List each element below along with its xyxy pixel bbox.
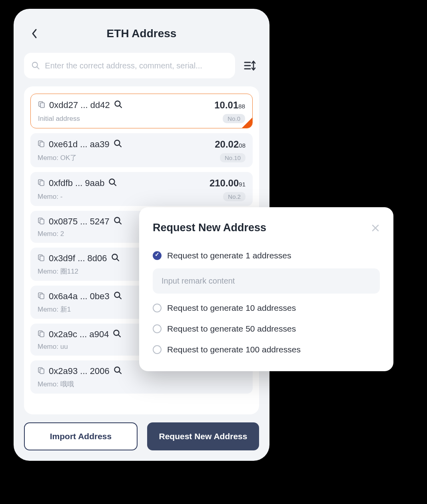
request-new-address-button[interactable]: Request New Address (147, 422, 259, 450)
svg-line-32 (118, 335, 120, 337)
radio-checked-icon[interactable] (153, 251, 162, 260)
close-icon[interactable] (371, 224, 380, 232)
address-row-memo: Memo: 哦哦 (38, 380, 245, 389)
address-row-memo: Memo: -No.2 (38, 192, 245, 201)
memo-text: Memo: uu (38, 343, 68, 351)
address-text: 0x6a4a ... 0be3 (49, 291, 110, 302)
copy-icon[interactable] (38, 217, 45, 226)
generate-option[interactable]: Request to generate 1 addresses (153, 245, 380, 266)
search-input[interactable] (45, 61, 228, 70)
svg-line-20 (119, 222, 121, 224)
back-button[interactable] (27, 26, 42, 41)
svg-line-12 (119, 145, 121, 147)
address-text: 0x3d9f ... 8d06 (49, 253, 107, 264)
svg-rect-18 (40, 219, 44, 224)
svg-line-16 (114, 184, 116, 186)
address-item[interactable]: 0xe61d ... aa3920.0208Memo: OK了No.10 (30, 133, 253, 167)
index-badge: No.10 (220, 153, 245, 162)
search-row (24, 53, 259, 78)
svg-line-8 (120, 106, 122, 108)
address-text: 0x0875 ... 5247 (49, 216, 110, 227)
address-row-memo: Initial addressNo.0 (38, 114, 245, 123)
memo-text: Memo: 圈112 (38, 267, 78, 276)
generate-option[interactable]: Request to generate 100 addresses (153, 339, 380, 360)
search-icon (31, 61, 40, 70)
address-item[interactable]: 0xfdfb ... 9aab210.0091Memo: -No.2 (30, 172, 253, 206)
option-label: Request to generate 1 addresses (167, 251, 291, 260)
svg-rect-14 (40, 181, 44, 186)
memo-text: Initial address (38, 115, 80, 123)
address-row-main: 0xe61d ... aa3920.0208 (38, 139, 245, 150)
svg-rect-26 (40, 294, 44, 299)
copy-icon[interactable] (38, 101, 45, 110)
svg-line-24 (117, 259, 119, 261)
search-address-icon[interactable] (114, 366, 122, 376)
copy-icon[interactable] (38, 179, 45, 188)
search-address-icon[interactable] (114, 216, 122, 227)
svg-rect-22 (40, 256, 44, 261)
modal-header: Request New Address (153, 222, 380, 234)
generate-option[interactable]: Request to generate 10 addresses (153, 298, 380, 318)
option-label: Request to generate 100 addresses (167, 345, 301, 354)
address-text: 0x2a93 ... 2006 (49, 366, 110, 376)
header: ETH Address (24, 22, 259, 46)
svg-rect-30 (40, 332, 44, 337)
search-address-icon[interactable] (111, 253, 120, 264)
address-text: 0xe61d ... aa39 (49, 139, 110, 150)
search-address-icon[interactable] (108, 178, 117, 188)
radio-unchecked-icon[interactable] (153, 345, 162, 354)
search-address-icon[interactable] (114, 291, 122, 302)
svg-line-1 (37, 67, 39, 69)
address-row-main: 0xdd27 ... dd4210.0188 (38, 100, 245, 111)
copy-icon[interactable] (38, 292, 45, 301)
svg-line-36 (119, 372, 121, 374)
memo-text: Memo: 2 (38, 230, 64, 238)
copy-icon[interactable] (38, 140, 45, 149)
request-address-modal: Request New Address Request to generate … (139, 207, 393, 371)
copy-icon[interactable] (38, 254, 45, 263)
footer-actions: Import Address Request New Address (24, 422, 259, 450)
index-badge: No.0 (223, 114, 245, 123)
option-label: Request to generate 10 addresses (167, 303, 296, 313)
chevron-left-icon (30, 28, 38, 39)
address-item[interactable]: 0xdd27 ... dd4210.0188Initial addressNo.… (30, 94, 253, 128)
svg-rect-6 (40, 103, 44, 108)
search-address-icon[interactable] (114, 139, 122, 150)
page-title: ETH Address (107, 27, 177, 40)
import-address-button[interactable]: Import Address (24, 422, 138, 450)
memo-text: Memo: 哦哦 (38, 380, 74, 389)
memo-text: Memo: OK了 (38, 153, 77, 162)
balance-value: 210.0091 (210, 178, 245, 189)
option-label: Request to generate 50 addresses (167, 324, 296, 334)
memo-text: Memo: - (38, 193, 62, 201)
radio-unchecked-icon[interactable] (153, 324, 162, 333)
modal-title: Request New Address (153, 222, 266, 234)
memo-text: Memo: 新1 (38, 305, 71, 314)
address-row-memo: Memo: OK了No.10 (38, 153, 245, 162)
address-row-main: 0xfdfb ... 9aab210.0091 (38, 178, 245, 189)
address-text: 0xdd27 ... dd42 (49, 100, 110, 110)
sort-icon (244, 60, 257, 72)
copy-icon[interactable] (38, 367, 45, 376)
sort-button[interactable] (241, 57, 259, 74)
balance-value: 10.0188 (214, 100, 245, 111)
address-text: 0x2a9c ... a904 (49, 329, 109, 340)
generate-option[interactable]: Request to generate 50 addresses (153, 318, 380, 339)
balance-value: 20.0208 (215, 139, 245, 150)
copy-icon[interactable] (38, 330, 45, 339)
search-address-icon[interactable] (114, 100, 123, 110)
svg-rect-34 (40, 369, 44, 374)
svg-rect-10 (40, 142, 44, 147)
index-badge: No.2 (223, 192, 245, 201)
search-address-icon[interactable] (113, 329, 122, 340)
radio-unchecked-icon[interactable] (153, 304, 162, 312)
search-box[interactable] (24, 53, 235, 78)
address-text: 0xfdfb ... 9aab (49, 178, 104, 188)
remark-input[interactable] (153, 268, 380, 294)
svg-line-28 (119, 297, 121, 299)
